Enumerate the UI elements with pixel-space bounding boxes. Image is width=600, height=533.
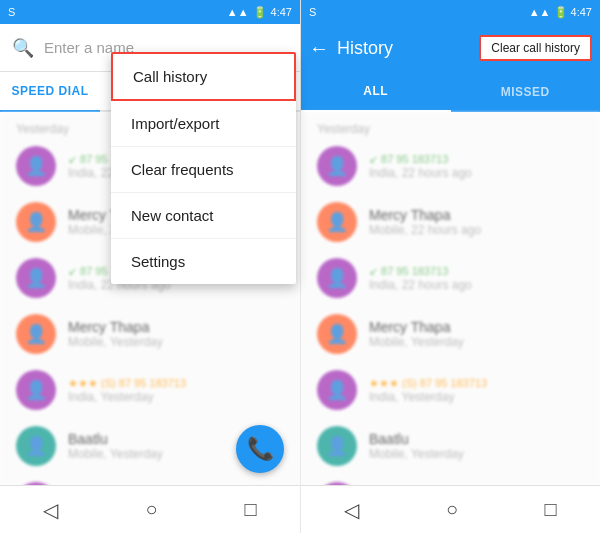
dropdown-item-import-export[interactable]: Import/export [111, 101, 296, 147]
contact-sub: India, Yesterday [369, 390, 584, 404]
dropdown-item-settings[interactable]: Settings [111, 239, 296, 284]
contact-info: ↙ 87 95 183713 India, 22 hours ago [369, 153, 584, 180]
tab-all[interactable]: ALL [301, 72, 451, 112]
list-item[interactable]: 👤 Mercy Thapa Mobile, 22 hours ago [301, 194, 600, 250]
contact-name: ★★★ (S) 87 95 183713 [369, 377, 584, 390]
right-section-yesterday: Yesterday [301, 116, 600, 138]
contact-name: Mercy Thapa [369, 319, 584, 335]
right-skype-icon: S [309, 6, 316, 18]
dropdown-item-new-contact[interactable]: New contact [111, 193, 296, 239]
contact-info: Mercy Thapa Mobile, Yesterday [369, 319, 584, 349]
list-item[interactable]: 👤 Baatlu Mobile, Yesterday [301, 418, 600, 474]
contact-name: Baatlu [369, 431, 584, 447]
right-status-left: S [309, 6, 316, 18]
right-battery-icon: 🔋 [554, 6, 568, 18]
contact-info: Baatlu Mobile, Yesterday [369, 431, 584, 461]
clear-call-history-button[interactable]: Clear call history [479, 35, 592, 61]
tab-missed[interactable]: MISSED [451, 72, 601, 112]
dropdown-menu: Call history Import/export Clear frequen… [111, 52, 296, 284]
contact-info: Mercy Thapa Mobile, 22 hours ago [369, 207, 584, 237]
right-signal-icon: ▲▲ [529, 6, 551, 18]
contact-info: ★★★ (S) 87 95 183713 India, Yesterday [369, 377, 584, 404]
dropdown-item-clear-frequents[interactable]: Clear frequents [111, 147, 296, 193]
avatar: 👤 [317, 202, 357, 242]
contact-sub: India, 22 hours ago [369, 278, 584, 292]
contact-sub: Mobile, Yesterday [369, 447, 584, 461]
contact-sub: India, 22 hours ago [369, 166, 584, 180]
right-header: ← History Clear call history [301, 24, 600, 72]
right-status-right: ▲▲ 🔋 4:47 [529, 6, 592, 19]
right-home-nav-icon[interactable]: ○ [446, 498, 458, 521]
contact-sub: Mobile, 22 hours ago [369, 223, 584, 237]
avatar: 👤 [317, 370, 357, 410]
avatar: 👤 [317, 426, 357, 466]
right-recent-nav-icon[interactable]: □ [545, 498, 557, 521]
list-item[interactable]: 👤 Mercy Thapa Mobile, Yesterday [301, 306, 600, 362]
list-item[interactable]: 👤 ★★★ (S) 87 95 183713 India, Yesterday [301, 362, 600, 418]
contact-name: ↙ 87 95 183713 [369, 265, 584, 278]
right-panel: S ▲▲ 🔋 4:47 ← History Clear call history… [300, 0, 600, 533]
right-nav-bar: ◁ ○ □ [301, 485, 600, 533]
dropdown-overlay: Call history Import/export Clear frequen… [0, 0, 300, 533]
right-time: 4:47 [571, 6, 592, 18]
list-item[interactable]: 👤 ↙ 87 95 183713 India, 22 hours ago [301, 138, 600, 194]
avatar: 👤 [317, 258, 357, 298]
history-title: History [337, 38, 471, 59]
dropdown-item-call-history[interactable]: Call history [111, 52, 296, 101]
right-contacts-list: Yesterday 👤 ↙ 87 95 183713 India, 22 hou… [301, 112, 600, 533]
avatar: 👤 [317, 146, 357, 186]
right-back-nav-icon[interactable]: ◁ [344, 498, 359, 522]
list-item[interactable]: 👤 ↙ 87 95 183713 India, 22 hours ago [301, 250, 600, 306]
left-panel: S ▲▲ 🔋 4:47 🔍 Enter a name SPEED DIAL P … [0, 0, 300, 533]
contact-info: ↙ 87 95 183713 India, 22 hours ago [369, 265, 584, 292]
contact-sub: Mobile, Yesterday [369, 335, 584, 349]
right-tabs: ALL MISSED [301, 72, 600, 112]
contact-name: ↙ 87 95 183713 [369, 153, 584, 166]
contact-name: Mercy Thapa [369, 207, 584, 223]
right-status-bar: S ▲▲ 🔋 4:47 [301, 0, 600, 24]
back-button[interactable]: ← [309, 37, 329, 60]
avatar: 👤 [317, 314, 357, 354]
